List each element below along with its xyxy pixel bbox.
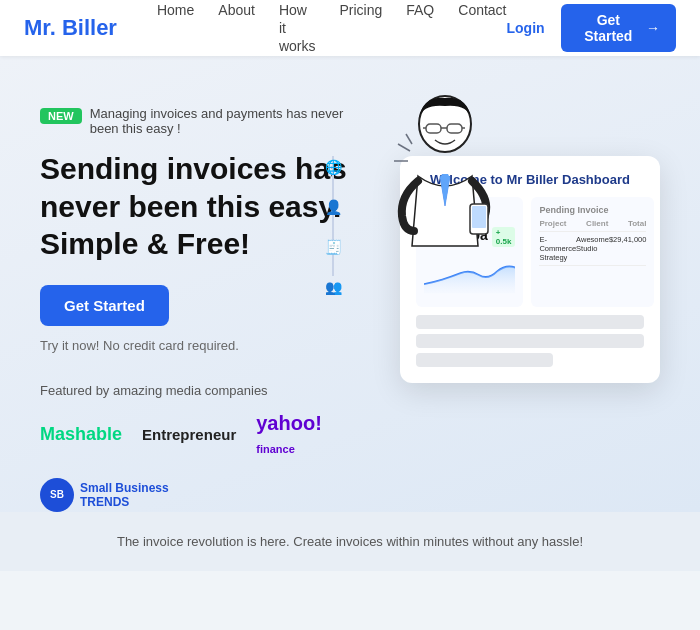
pending-total: $29,41,000	[609, 235, 647, 262]
pending-label: Pending Invoice	[539, 205, 646, 215]
nav-links: Home About How it works Pricing FAQ Cont…	[157, 1, 507, 55]
pending-panel: Pending Invoice Project Client Total E-C…	[531, 197, 654, 307]
login-button[interactable]: Login	[507, 20, 545, 36]
col-total: Total	[628, 219, 647, 228]
media-section: Featured by amazing media companies Mash…	[40, 383, 350, 512]
col-client: Client	[586, 219, 608, 228]
person-icon: 👥	[322, 276, 344, 298]
nav-faq[interactable]: FAQ	[406, 2, 434, 18]
dashboard-sidebar: 🌐 👤 🧾 👥	[322, 156, 344, 298]
nav-actions: Login Get Started	[507, 4, 676, 52]
sbt-logo: SB Small BusinessTRENDS	[40, 478, 169, 512]
invoice-icon: 🧾	[322, 236, 344, 258]
svg-rect-7	[472, 206, 486, 228]
nav-how-it-works[interactable]: How it works	[279, 2, 316, 54]
dashboard-footer-rows	[416, 315, 644, 367]
globe-icon: 🌐	[322, 156, 344, 178]
new-badge: NEW	[40, 108, 82, 124]
mashable-logo: Mashable	[40, 424, 122, 445]
pending-client: Awesome Studio	[576, 235, 609, 262]
yahoo-logo: yahoo!finance	[256, 412, 322, 458]
svg-line-8	[398, 144, 410, 151]
nav-home[interactable]: Home	[157, 2, 194, 18]
hero-left: NEW Managing invoices and payments has n…	[40, 96, 350, 512]
nav-about[interactable]: About	[218, 2, 255, 18]
nav-pricing[interactable]: Pricing	[339, 2, 382, 18]
navbar: Mr. Biller Home About How it works Prici…	[0, 0, 700, 56]
arrow-right-icon	[646, 20, 660, 36]
nav-contact[interactable]: Contact	[458, 2, 506, 18]
gray-row-2	[416, 334, 644, 348]
entrepreneur-logo: Entrepreneur	[142, 426, 236, 443]
hero-get-started-button[interactable]: Get Started	[40, 285, 169, 326]
footer-text: The invoice revolution is here. Create i…	[22, 534, 678, 549]
sbt-text: Small BusinessTRENDS	[80, 481, 169, 509]
logo-part1: Mr.	[24, 15, 56, 40]
pending-header-row: Project Client Total	[539, 219, 646, 232]
user-icon: 👤	[322, 196, 344, 218]
col-project: Project	[539, 219, 566, 228]
pending-project: E-Commerce Strategy	[539, 235, 576, 262]
badge-row: NEW Managing invoices and payments has n…	[40, 106, 350, 136]
logo: Mr. Biller	[24, 15, 117, 41]
pending-data-row: E-Commerce Strategy Awesome Studio $29,4…	[539, 235, 646, 266]
logo-part2: Biller	[56, 15, 117, 40]
gray-row-3	[416, 353, 553, 367]
nav-get-started-button[interactable]: Get Started	[561, 4, 676, 52]
hero-subtext: Try it now! No credit card required.	[40, 338, 350, 353]
media-label: Featured by amazing media companies	[40, 383, 350, 398]
gray-row-1	[416, 315, 644, 329]
footer-strip: The invoice revolution is here. Create i…	[0, 512, 700, 571]
hero-section: NEW Managing invoices and payments has n…	[0, 56, 700, 512]
media-logos: Mashable Entrepreneur yahoo!finance SB S…	[40, 412, 350, 512]
svg-line-10	[406, 134, 412, 144]
sbt-icon: SB	[40, 478, 74, 512]
hero-right: 🌐 👤 🧾 👥 Welcome to Mr Biller Dashboard I…	[350, 96, 660, 512]
character-illustration	[390, 86, 500, 246]
hero-headline: Sending invoices has never been this eas…	[40, 150, 350, 263]
badge-subtitle: Managing invoices and payments has never…	[90, 106, 350, 136]
